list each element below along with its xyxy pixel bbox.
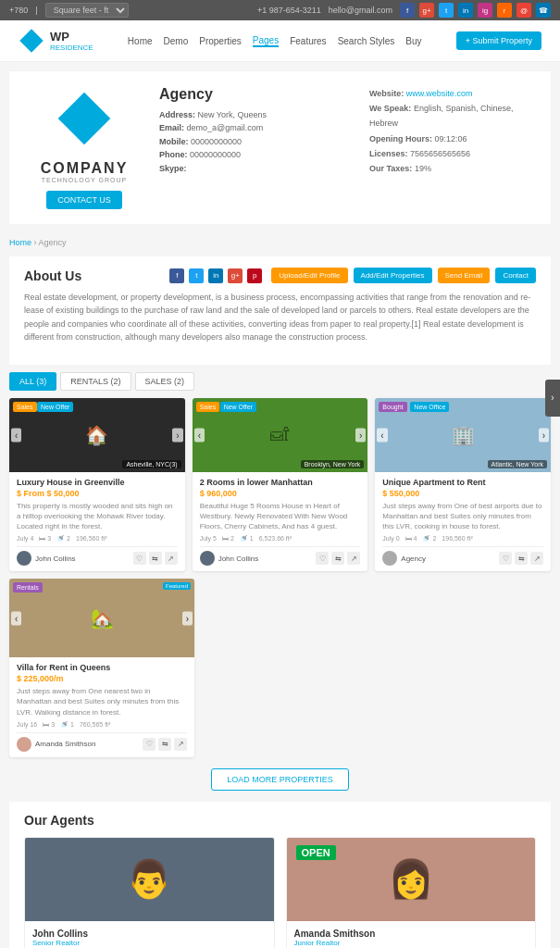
topbar-separator: |	[35, 6, 37, 15]
about-text: Real estate development, or property dev…	[24, 291, 536, 344]
prop-prev-arrow-4[interactable]: ‹	[11, 611, 21, 625]
prop-meta-3: July 0 🛏 4 🚿 2 196,560 ft²	[382, 535, 543, 543]
phone-value: 00000000000	[190, 150, 241, 159]
topbar-instagram-icon[interactable]: ig	[478, 3, 492, 18]
prop-heart-icon-3[interactable]: ♡	[499, 552, 512, 565]
website-value[interactable]: www.website.com	[406, 89, 473, 98]
prop-baths-4: 🚿 1	[60, 721, 74, 729]
nav-pages[interactable]: Pages	[253, 35, 279, 47]
about-googleplus-icon[interactable]: g+	[228, 268, 243, 283]
prop-compare-icon-3[interactable]: ⇆	[515, 552, 528, 565]
nav-buy[interactable]: Buy	[405, 36, 421, 46]
prop-agent-row-2: John Collins ♡ ⇆ ↗	[200, 546, 361, 566]
property-image-4: 🏡 ‹ › Rentals Featured	[9, 579, 194, 657]
tax-value: 19%	[415, 164, 431, 173]
header: WP RESIDENCE Home Demo Properties Pages …	[0, 20, 560, 62]
prop-share-icon-4[interactable]: ↗	[174, 738, 187, 751]
prop-share-icon-3[interactable]: ↗	[530, 552, 543, 565]
hours-label: Opening Hours:	[369, 134, 432, 143]
prop-baths-1: 🚿 2	[56, 535, 70, 543]
property-grid-wide: 🏡 ‹ › Rentals Featured Villa for Rent in…	[9, 579, 551, 757]
prop-agent-row-1: John Collins ♡ ⇆ ↗	[17, 546, 178, 566]
nav-home[interactable]: Home	[128, 36, 153, 46]
nav-properties[interactable]: Properties	[199, 36, 242, 46]
topbar-phone-icon[interactable]: ☎	[536, 3, 551, 18]
nav-search-styles[interactable]: Search Styles	[338, 36, 395, 46]
property-card-1: 🏠 ‹ › Sales New Offer Asheville, NYC(3) …	[9, 398, 185, 572]
prop-date-3: July 0	[382, 535, 399, 543]
prop-next-arrow-3[interactable]: ›	[539, 428, 549, 442]
about-linkedin-icon[interactable]: in	[208, 268, 223, 283]
prop-featured-tag-4: Featured	[163, 582, 191, 590]
prop-share-icon-1[interactable]: ↗	[165, 552, 178, 565]
agency-logo-box: COMPANY TECHNOLOGY GROUP CONTACT US	[24, 86, 144, 209]
contact-us-button[interactable]: CONTACT US	[46, 191, 122, 209]
send-email-button[interactable]: Send Email	[438, 268, 491, 283]
load-more-button[interactable]: LOAD MORE PROPERTIES	[211, 768, 348, 791]
prop-sqft-1: 196,560 ft²	[76, 535, 106, 543]
prop-prev-arrow-3[interactable]: ‹	[377, 428, 387, 442]
about-twitter-icon[interactable]: t	[189, 268, 204, 283]
prop-compare-icon-4[interactable]: ⇆	[158, 738, 171, 751]
license-label: Licenses:	[369, 149, 408, 158]
prop-title-2: 2 Rooms in lower Manhattan	[200, 478, 361, 487]
prop-compare-icon-2[interactable]: ⇆	[331, 552, 344, 565]
prop-desc-3: Just steps away from One of best airport…	[382, 501, 543, 532]
nav-demo[interactable]: Demo	[164, 36, 189, 46]
prop-prev-arrow-2[interactable]: ‹	[194, 428, 205, 442]
tab-rentals[interactable]: RENTALS (2)	[60, 372, 131, 391]
prop-heart-icon-1[interactable]: ♡	[133, 552, 146, 565]
prop-badge-rentals-4: Rentals	[13, 582, 43, 592]
topbar-linkedin-icon[interactable]: in	[458, 3, 473, 18]
prop-sqft-2: 6,523.66 ft²	[259, 535, 292, 543]
topbar-facebook-icon[interactable]: f	[400, 3, 415, 18]
agent-name-display-1: John Collins	[32, 929, 267, 939]
prop-compare-icon-1[interactable]: ⇆	[149, 552, 162, 565]
property-image-1: 🏠 ‹ › Sales New Offer Asheville, NYC(3)	[9, 398, 185, 472]
topbar-googleplus-icon[interactable]: g+	[419, 3, 434, 18]
add-edit-properties-button[interactable]: Add/Edit Properties	[354, 268, 432, 283]
hours-value: 09:12:06	[435, 134, 467, 143]
prop-badge-new-1: New Offer	[37, 402, 73, 412]
sqft-select[interactable]: Square feet - ft	[45, 3, 129, 18]
prop-badge-sale-2: Sales	[196, 402, 220, 412]
prop-location-1: Asheville, NYC(3)	[122, 460, 180, 468]
prop-next-arrow-4[interactable]: ›	[182, 611, 193, 625]
topbar-email-icon[interactable]: @	[516, 3, 531, 18]
prop-heart-icon-2[interactable]: ♡	[316, 552, 329, 565]
tax-label: Our Taxes:	[369, 164, 412, 173]
contact-button[interactable]: Contact	[495, 268, 536, 283]
prop-next-arrow-1[interactable]: ›	[172, 428, 182, 442]
prop-baths-3: 🚿 2	[422, 535, 436, 543]
breadcrumb-home[interactable]: Home	[9, 238, 31, 247]
email-value: demo_a@gmail.com	[187, 123, 264, 132]
agency-info: Agency Address: New York, Queens Email: …	[159, 86, 355, 209]
prop-share-icon-2[interactable]: ↗	[347, 552, 360, 565]
topbar-twitter-icon[interactable]: t	[439, 3, 454, 18]
submit-property-button[interactable]: + Submit Property	[456, 31, 541, 50]
prop-meta-2: July 5 🛏 2 🚿 1 6,523.66 ft²	[200, 535, 361, 543]
address-value: New York, Queens	[198, 110, 268, 119]
nav-features[interactable]: Features	[290, 36, 326, 46]
tab-buttons: ALL (3) RENTALS (2) SALES (2)	[9, 372, 551, 391]
tab-all[interactable]: ALL (3)	[9, 372, 56, 391]
tab-sales[interactable]: SALES (2)	[135, 372, 195, 391]
agent-name-display-2: Amanda Smithson	[294, 929, 529, 939]
about-header: About Us f t in g+ p Upload/Edit Profile…	[24, 268, 536, 283]
prop-baths-2: 🚿 1	[240, 535, 254, 543]
about-title: About Us	[24, 268, 81, 283]
about-pinterest-icon[interactable]: p	[247, 268, 262, 283]
about-facebook-icon[interactable]: f	[169, 268, 184, 283]
topbar-rss-icon[interactable]: r	[497, 3, 512, 18]
prop-prev-arrow-1[interactable]: ‹	[11, 428, 21, 442]
company-name: COMPANY	[24, 160, 144, 177]
prop-heart-icon-4[interactable]: ♡	[143, 738, 156, 751]
agents-title: Our Agents	[24, 813, 536, 828]
sidebar-toggle[interactable]: ›	[545, 380, 560, 417]
prop-price-4: $ 225,000/m	[17, 674, 187, 683]
main-nav: Home Demo Properties Pages Features Sear…	[128, 35, 422, 47]
topbar-phone: +780	[9, 6, 28, 15]
property-image-2: 🛋 ‹ › Sales New Offer Brooklyn, New York	[193, 398, 368, 472]
upload-edit-profile-button[interactable]: Upload/Edit Profile	[271, 268, 347, 283]
prop-next-arrow-2[interactable]: ›	[355, 428, 366, 442]
